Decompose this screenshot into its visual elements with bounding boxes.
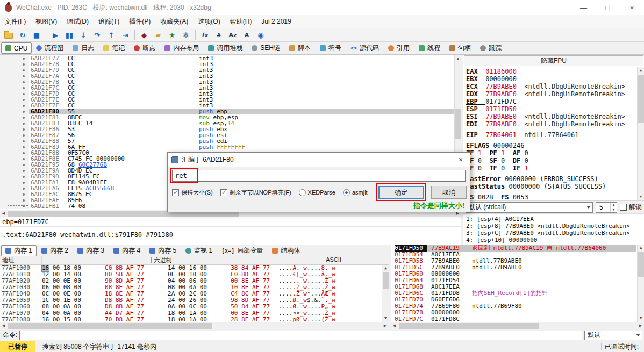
font-button[interactable]: A: [240, 29, 253, 41]
register-row[interactable]: ESI 77B9ABE0 <ntdll.DbgUiRemoteBreakin>: [466, 113, 634, 120]
stack-vscrollbar[interactable]: [637, 245, 644, 322]
menu-item[interactable]: 调试(D): [62, 15, 94, 28]
breakpoint-gutter[interactable]: [0, 168, 29, 174]
register-row[interactable]: LastStatus 00000000 (STATUS_SUCCESS): [466, 183, 634, 190]
menu-item[interactable]: 收藏夹(A): [155, 15, 193, 28]
breakpoint-gutter[interactable]: [0, 120, 29, 126]
breakpoint-gutter[interactable]: [0, 85, 29, 91]
fill-nop-checkbox[interactable]: 剩余字节以NOP填充(F): [220, 189, 291, 197]
tab-references[interactable]: 引用: [384, 42, 414, 54]
breakpoint-gutter[interactable]: [0, 97, 29, 103]
favourites-button[interactable]: ★: [166, 29, 178, 41]
register-row[interactable]: ESP 0171FD50: [466, 105, 634, 113]
tab-seh-chain[interactable]: SEH链: [247, 42, 284, 54]
breakpoint-gutter[interactable]: [0, 114, 29, 120]
bottom-tab-watch[interactable]: 监视 1: [181, 245, 217, 256]
stack-argument-row[interactable]: 1: [esp+4] A0C17EEA: [466, 215, 644, 222]
scrollbar-thumb[interactable]: [638, 252, 644, 277]
register-row[interactable]: EAX 01186000: [466, 68, 634, 75]
minimize-button[interactable]: —: [571, 0, 596, 15]
breakpoint-gutter[interactable]: [0, 174, 29, 179]
breakpoint-gutter[interactable]: [0, 138, 29, 144]
stack-row[interactable]: 0171FD7C0171FD8C: [395, 316, 636, 322]
restart-button[interactable]: ↻: [16, 29, 29, 41]
assemble-instruction-input[interactable]: ret: [172, 170, 466, 182]
tab-call-stack[interactable]: 调用堆栈: [204, 42, 247, 54]
breakpoint-gutter[interactable]: [0, 91, 29, 97]
dialog-close-button[interactable]: ×: [452, 153, 470, 167]
maximize-button[interactable]: □: [596, 0, 620, 15]
scrollbar-thumb[interactable]: [8, 323, 212, 329]
stack-argument-row[interactable]: 3: [esp+C] 77B9ABE0 <ntdll.DbgUiRemoteBr…: [466, 229, 644, 236]
register-row[interactable]: GS 002B FS 0053: [466, 193, 634, 200]
breakpoint-gutter[interactable]: [0, 132, 29, 138]
dump-vscrollbar[interactable]: [382, 265, 389, 322]
scroll-right-arrow-icon[interactable]: [382, 322, 389, 329]
stack-argument-row[interactable]: 2: [esp+8] 77B9ABE0 <ntdll.DbgUiRemoteBr…: [466, 222, 644, 229]
breakpoint-gutter[interactable]: [0, 67, 29, 73]
registers-vscrollbar[interactable]: [637, 67, 644, 200]
register-row[interactable]: ZF 1 PF 1 AF 0: [466, 149, 634, 157]
breakpoint-gutter[interactable]: [0, 191, 29, 197]
register-row[interactable]: CF 0 TF 0 IF 1: [466, 164, 634, 172]
highlight-fx-button[interactable]: fx: [198, 29, 211, 41]
breakpoint-gutter[interactable]: [0, 144, 29, 150]
register-row[interactable]: ECX 77B9ABE0 <ntdll.DbgUiRemoteBreakin>: [466, 83, 634, 90]
argument-count-spinner[interactable]: 5: [596, 202, 617, 213]
scroll-up-arrow-icon[interactable]: [382, 265, 389, 272]
scrollbar-thumb[interactable]: [399, 323, 539, 329]
menu-item[interactable]: 追踪(T): [94, 15, 124, 28]
stop-button[interactable]: ■: [30, 29, 43, 41]
xedparse-radio[interactable]: XEDParse: [299, 189, 335, 196]
ok-button[interactable]: 确定: [378, 186, 424, 199]
tab-trace[interactable]: 跟踪: [476, 42, 506, 54]
tab-graph[interactable]: 流程图: [32, 42, 68, 54]
tab-breakpoint[interactable]: 断点: [130, 42, 160, 54]
scrollbar-thumb[interactable]: [383, 272, 389, 289]
breakpoint-gutter[interactable]: [0, 156, 29, 162]
dump-row[interactable]: 77AF108016 00 15 0070 D8 AF 7718 00 1A 0…: [0, 317, 389, 322]
cancel-button[interactable]: 取消: [431, 186, 467, 199]
bottom-tab-memory5[interactable]: 内存 5: [145, 245, 181, 256]
registers-pane[interactable]: 隐藏FPU EAX 01186000EBX 00000000ECX 77B9AB…: [463, 55, 644, 245]
pause-button[interactable]: ▮▮: [63, 29, 76, 41]
bottom-tab-struct[interactable]: 结构体: [268, 245, 304, 256]
breakpoint-gutter[interactable]: [0, 150, 29, 156]
step-over-button[interactable]: ↷: [91, 29, 104, 41]
scroll-left-arrow-icon[interactable]: [0, 210, 7, 217]
scroll-up-arrow-icon[interactable]: [638, 67, 644, 74]
scroll-up-arrow-icon[interactable]: [455, 55, 461, 62]
run-to-user-code-button[interactable]: ⇥: [119, 29, 132, 41]
menu-item[interactable]: 帮助(H): [225, 15, 257, 28]
breakpoint-gutter[interactable]: [0, 185, 29, 191]
register-row[interactable]: EDI 77B9ABE0 <ntdll.DbgUiRemoteBreakin>: [466, 120, 634, 128]
breakpoint-gutter[interactable]: [0, 162, 29, 168]
scrollbar-thumb[interactable]: [638, 75, 644, 123]
scroll-down-arrow-icon[interactable]: [638, 315, 644, 322]
scroll-down-arrow-icon[interactable]: [638, 193, 644, 200]
command-input[interactable]: [19, 331, 582, 340]
dump-hscrollbar[interactable]: [0, 322, 389, 329]
breakpoint-gutter[interactable]: [0, 197, 29, 203]
register-row[interactable]: OF 0 SF 0 DF 0: [466, 157, 634, 164]
register-row[interactable]: EBX 00000000: [466, 75, 634, 83]
open-file-button[interactable]: [2, 29, 15, 41]
breakpoint-gutter[interactable]: [0, 73, 29, 79]
register-row[interactable]: EFLAGS 00000246: [466, 142, 634, 149]
bottom-tab-memory2[interactable]: 内存 2: [37, 245, 73, 256]
bottom-tab-locals[interactable]: [x=]局部变量: [217, 245, 267, 256]
dialog-titlebar[interactable]: 汇编于 6AD21F80 ×: [168, 153, 470, 167]
tab-script[interactable]: 脚本: [285, 42, 315, 54]
hide-fpu-button[interactable]: 隐藏FPU: [464, 55, 643, 66]
command-mode-select[interactable]: 默认: [584, 331, 642, 340]
bottom-tab-memory4[interactable]: 内存 4: [109, 245, 145, 256]
memory-dump-pane[interactable]: 77AF100016 00 18 00C0 8B AF 7714 00 16 0…: [0, 265, 389, 322]
breakpoint-gutter[interactable]: [0, 103, 29, 109]
keep-size-checkbox[interactable]: 保持大小(S): [172, 189, 213, 197]
settings-gear-button[interactable]: ✻: [180, 29, 192, 41]
bottom-tab-memory3[interactable]: 内存 3: [73, 245, 109, 256]
menu-item[interactable]: 文件(F): [0, 15, 31, 28]
breakpoint-gutter[interactable]: [0, 179, 29, 185]
breakpoint-gutter[interactable]: [0, 55, 29, 61]
scroll-right-arrow-icon[interactable]: [637, 322, 644, 329]
